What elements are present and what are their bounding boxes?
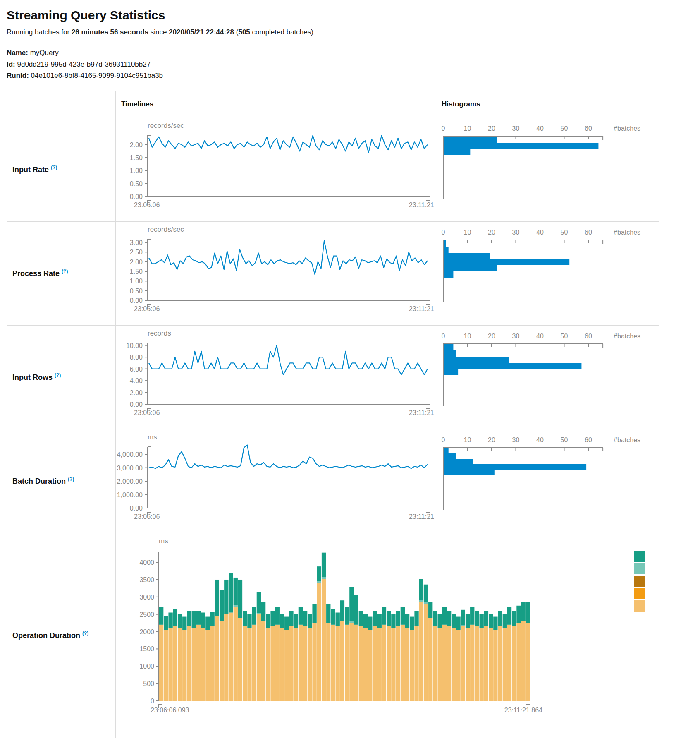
page: Streaming Query Statistics Running batch… — [0, 0, 700, 738]
svg-text:40: 40 — [536, 125, 544, 132]
svg-text:23:11:21: 23:11:21 — [409, 513, 434, 520]
svg-text:30: 30 — [512, 125, 520, 132]
svg-text:0.50: 0.50 — [130, 287, 143, 294]
svg-text:50: 50 — [561, 333, 568, 340]
running-duration: 26 minutes 56 seconds — [72, 28, 148, 36]
svg-text:2.00: 2.00 — [130, 141, 143, 148]
svg-text:500: 500 — [143, 680, 154, 687]
svg-text:1,000.00: 1,000.00 — [117, 491, 143, 498]
legend-swatch-light-teal — [634, 563, 645, 574]
svg-text:0: 0 — [442, 125, 445, 132]
svg-text:0: 0 — [151, 698, 154, 705]
svg-text:3000: 3000 — [139, 593, 154, 600]
page-title: Streaming Query Statistics — [7, 8, 693, 22]
svg-text:10: 10 — [464, 436, 471, 444]
input-rows-histogram-chart: 0102030405060#batches — [436, 325, 659, 429]
operation-duration-help-icon[interactable]: (?) — [82, 631, 88, 636]
svg-text:2000: 2000 — [139, 628, 154, 635]
svg-text:20: 20 — [488, 125, 495, 132]
svg-text:60: 60 — [585, 436, 592, 444]
svg-text:60: 60 — [585, 229, 592, 236]
svg-text:ms: ms — [148, 433, 157, 441]
table-header-row: Timelines Histograms — [7, 91, 659, 118]
table-row-batch-duration: Batch Duration (?) ms0.001,000.002,000.0… — [7, 429, 659, 533]
query-metadata: Name: myQuery Id: 9d0dd219-995d-423e-b97… — [7, 47, 693, 82]
svg-text:3.00: 3.00 — [130, 239, 143, 246]
svg-text:#batches: #batches — [614, 125, 640, 132]
svg-text:20: 20 — [488, 229, 495, 236]
svg-text:1.50: 1.50 — [130, 154, 143, 161]
operation-duration-legend — [634, 551, 645, 612]
completed-batches-count: 505 — [238, 28, 250, 36]
table-row-input-rate: Input Rate (?) records/sec0.000.501.001.… — [7, 118, 659, 221]
svg-text:50: 50 — [561, 125, 568, 132]
svg-text:#batches: #batches — [614, 333, 640, 340]
row-label-operation-duration: Operation Duration (?) — [7, 533, 116, 738]
svg-text:4000: 4000 — [139, 559, 154, 566]
svg-text:0.00: 0.00 — [130, 297, 143, 304]
query-runid-line: RunId: 04e101e6-8bf8-4165-9099-9104c951b… — [7, 70, 693, 82]
start-time: 2020/05/21 22:44:28 — [169, 28, 234, 36]
input-rows-help-icon[interactable]: (?) — [55, 372, 61, 378]
svg-text:#batches: #batches — [614, 436, 640, 444]
svg-text:0.00: 0.00 — [130, 401, 143, 408]
svg-text:records/sec: records/sec — [148, 225, 184, 233]
batch-duration-timeline-chart: ms0.001,000.002,000.003,000.004,000.0023… — [116, 429, 436, 533]
legend-swatch-tan — [634, 600, 645, 612]
svg-text:40: 40 — [536, 229, 544, 236]
legend-swatch-teal — [634, 551, 645, 562]
row-label-input-rows: Input Rows (?) — [7, 325, 116, 429]
query-id-line: Id: 9d0dd219-995d-423e-b97d-36931110bb27 — [7, 59, 693, 70]
svg-text:1500: 1500 — [139, 645, 154, 652]
row-label-batch-duration: Batch Duration (?) — [7, 429, 116, 533]
operation-duration-chart: ms0500100015002000250030003500400023:06:… — [116, 533, 659, 738]
svg-text:10: 10 — [464, 229, 471, 236]
table-row-operation-duration: Operation Duration (?) ms050010001500200… — [7, 533, 659, 738]
svg-text:records/sec: records/sec — [148, 122, 184, 129]
svg-text:60: 60 — [585, 125, 592, 132]
svg-text:4.00: 4.00 — [130, 377, 143, 384]
svg-text:0.00: 0.00 — [130, 505, 143, 512]
svg-text:10.00: 10.00 — [126, 342, 143, 349]
table-row-input-rows: Input Rows (?) records0.002.004.006.008.… — [7, 325, 659, 429]
process-rate-help-icon[interactable]: (?) — [62, 269, 68, 274]
svg-text:23:06:06: 23:06:06 — [134, 201, 160, 209]
legend-swatch-dark-gold — [634, 576, 645, 587]
svg-text:#batches: #batches — [614, 229, 640, 236]
svg-text:2.50: 2.50 — [130, 249, 143, 256]
svg-text:30: 30 — [512, 436, 520, 444]
svg-text:2500: 2500 — [139, 611, 154, 618]
query-name-line: Name: myQuery — [7, 47, 693, 59]
header-empty-cell — [7, 91, 116, 118]
svg-text:records: records — [148, 329, 171, 337]
svg-text:3500: 3500 — [139, 576, 154, 583]
svg-text:0.00: 0.00 — [130, 193, 143, 200]
svg-text:30: 30 — [512, 333, 520, 340]
input-rate-help-icon[interactable]: (?) — [51, 165, 57, 170]
batch-duration-histogram-chart: 0102030405060#batches — [436, 429, 659, 533]
svg-text:6.00: 6.00 — [130, 365, 143, 372]
svg-text:0: 0 — [442, 229, 445, 236]
svg-text:50: 50 — [561, 436, 568, 444]
svg-text:40: 40 — [536, 333, 544, 340]
running-batches-summary: Running batches for 26 minutes 56 second… — [7, 28, 693, 36]
input-rate-histogram-chart: 0102030405060#batches — [436, 118, 659, 221]
batch-duration-help-icon[interactable]: (?) — [68, 476, 74, 482]
input-rate-timeline-chart: records/sec0.000.501.001.502.0023:06:062… — [116, 118, 436, 221]
svg-text:8.00: 8.00 — [130, 354, 143, 361]
svg-text:4,000.00: 4,000.00 — [117, 451, 143, 458]
process-rate-histogram-chart: 0102030405060#batches — [436, 221, 659, 325]
row-label-process-rate: Process Rate (?) — [7, 221, 116, 325]
svg-text:0.50: 0.50 — [130, 180, 143, 187]
statistics-table: Timelines Histograms Input Rate (?) reco… — [7, 91, 659, 738]
svg-text:23:11:21.864: 23:11:21.864 — [504, 707, 542, 714]
svg-text:23:11:21: 23:11:21 — [409, 305, 434, 312]
svg-text:2,000.00: 2,000.00 — [117, 478, 143, 485]
header-timelines: Timelines — [116, 91, 436, 118]
svg-text:1.00: 1.00 — [130, 167, 143, 174]
svg-text:ms: ms — [159, 537, 168, 545]
svg-text:10: 10 — [464, 125, 471, 132]
svg-text:2.00: 2.00 — [130, 389, 143, 396]
svg-text:50: 50 — [561, 229, 568, 236]
svg-text:10: 10 — [464, 333, 471, 340]
